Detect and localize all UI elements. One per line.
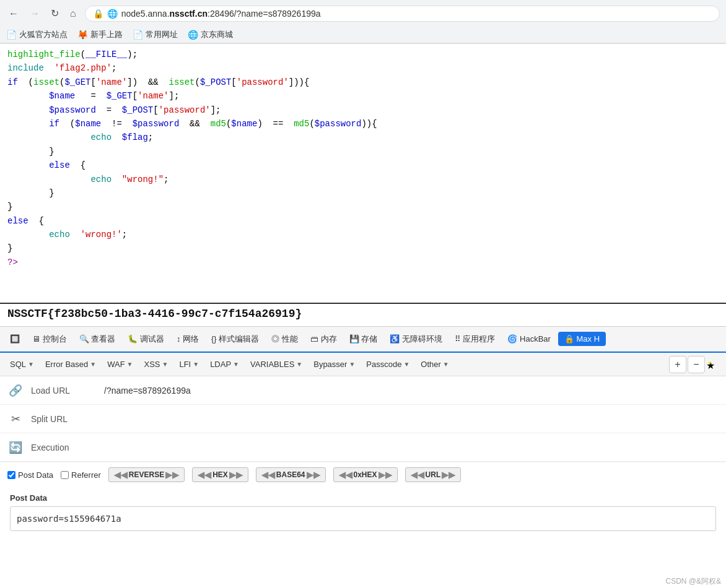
bookmark-jd[interactable]: 🌐 京东商城 (188, 29, 233, 40)
code-line: $name = $_GET['name']; (7, 89, 719, 103)
load-url-row: 🔗 Load URL /?name=s878926199a (0, 376, 726, 405)
referrer-checkbox[interactable] (61, 471, 69, 479)
devtool-console[interactable]: 🖥 控制台 (27, 331, 72, 347)
bookmarks-bar: 📄 火狐官方站点 🦊 新手上路 📄 常用网址 🌐 京东商城 (0, 27, 726, 43)
errorbased-arrow: ▼ (90, 361, 96, 368)
back-button[interactable]: ← (6, 6, 21, 22)
hackbar-menu-lfi[interactable]: LFI ▼ (174, 357, 204, 371)
flag-display: NSSCTF{f238bc50-1ba3-4416-99c7-c7f154a26… (0, 304, 726, 327)
code-line: echo 'wrong!'; (7, 228, 719, 241)
code-line: else { (7, 158, 719, 172)
hackbar-menu-bypasser[interactable]: Bypasser ▼ (308, 357, 360, 371)
hackbar-menu-passcode[interactable]: Passcode ▼ (361, 357, 414, 371)
bypasser-label: Bypasser (313, 360, 347, 369)
post-data-checkbox[interactable] (7, 471, 15, 479)
devtool-memory[interactable]: 🗃 内存 (305, 331, 342, 347)
security-icon: 🔒 (93, 9, 103, 19)
devtool-application[interactable]: ⠿ 应用程序 (450, 331, 501, 347)
home-button[interactable]: ⌂ (68, 6, 79, 22)
other-label: Other (421, 360, 441, 369)
code-line: highlight_file(__FILE__); (7, 48, 719, 61)
devtool-accessibility[interactable]: ♿ 无障碍环境 (385, 331, 447, 347)
hackbar-actions: 🔗 Load URL /?name=s878926199a ✂ Split UR… (0, 376, 726, 462)
code-line: echo "wrong!"; (7, 173, 719, 186)
bookmark-common[interactable]: 📄 常用网址 (133, 29, 178, 40)
dns-icon: 🌐 (107, 9, 118, 19)
bookmark-beginner-icon: 🦊 (77, 30, 88, 40)
devtool-style-editor[interactable]: {} 样式编辑器 (206, 331, 264, 347)
bookmark-firefox[interactable]: 📄 火狐官方站点 (6, 29, 68, 40)
load-url-icon: 🔗 (0, 384, 31, 397)
bookmark-jd-label: 京东商城 (201, 29, 233, 40)
0xhex-btn[interactable]: ◀◀ 0xHEX ▶▶ (333, 467, 398, 482)
devtool-network[interactable]: ↕ 网络 (172, 331, 204, 347)
bookmark-firefox-label: 火狐官方站点 (19, 29, 68, 40)
post-data-section: Post Data (0, 487, 726, 537)
nav-bar: ← → ↻ ⌂ 🔒 🌐 node5.anna.nssctf.cn:28496/?… (0, 0, 726, 27)
errorbased-label: Error Based (45, 360, 88, 369)
dev-toolbar: 🔲 🖥 控制台 🔍 查看器 🐛 调试器 ↕ 网络 {} 样式编辑器 ◎ 性能 🗃… (0, 327, 726, 352)
hackbar-menu-variables[interactable]: VARIABLES ▼ (245, 357, 307, 371)
waf-label: WAF (107, 360, 125, 369)
ldap-arrow: ▼ (233, 361, 239, 368)
bookmark-beginner[interactable]: 🦊 新手上路 (77, 29, 123, 40)
hackbar-options: Post Data Referrer ◀◀ REVERSE ▶▶ ◀◀ HEX … (0, 462, 726, 487)
hackbar-flag-icon[interactable]: ★ (706, 360, 721, 370)
split-url-label[interactable]: Split URL (31, 414, 99, 424)
post-data-input[interactable] (10, 506, 716, 531)
code-area: highlight_file(__FILE__); include 'flag2… (0, 44, 726, 304)
post-data-checkbox-label[interactable]: Post Data (7, 470, 53, 480)
split-url-icon: ✂ (0, 412, 31, 426)
refresh-button[interactable]: ↻ (48, 5, 61, 22)
hackbar-menu-ldap[interactable]: LDAP ▼ (205, 357, 244, 371)
variables-label: VARIABLES (250, 360, 294, 369)
base64-label: BASE64 (276, 470, 305, 479)
bookmark-jd-icon: 🌐 (188, 30, 198, 40)
url-label: URL (426, 470, 441, 479)
reverse-btn[interactable]: ◀◀ REVERSE ▶▶ (108, 467, 185, 482)
bookmark-common-icon: 📄 (133, 30, 143, 40)
code-line: include 'flag2.php'; (7, 61, 719, 75)
code-line: else { (7, 214, 719, 228)
devtool-storage[interactable]: 💾 存储 (344, 331, 383, 347)
referrer-checkbox-label[interactable]: Referrer (61, 470, 101, 480)
split-url-row: ✂ Split URL (0, 405, 726, 433)
lfi-label: LFI (179, 360, 191, 369)
devtool-hackbar[interactable]: 🌀 HackBar (502, 332, 555, 346)
0xhex-label: 0xHEX (354, 470, 377, 479)
hex-btn[interactable]: ◀◀ HEX ▶▶ (192, 467, 248, 482)
sql-arrow: ▼ (28, 361, 34, 368)
passcode-arrow: ▼ (403, 361, 409, 368)
base64-btn[interactable]: ◀◀ BASE64 ▶▶ (256, 467, 326, 482)
devtool-performance[interactable]: ◎ 性能 (266, 331, 303, 347)
devtool-maxh[interactable]: 🔒 Max H (558, 332, 606, 346)
devtool-inspect[interactable]: 🔲 (5, 332, 25, 346)
hackbar-panel: SQL ▼ Error Based ▼ WAF ▼ XSS ▼ LFI ▼ LD… (0, 352, 726, 537)
address-bar[interactable]: 🔒 🌐 node5.anna.nssctf.cn:28496/?name=s87… (85, 6, 720, 22)
load-url-label[interactable]: Load URL (31, 386, 99, 396)
execution-label[interactable]: Execution (31, 443, 99, 452)
hackbar-menu-waf[interactable]: WAF ▼ (102, 357, 138, 371)
code-line: if ($name != $password && md5($name) == … (7, 117, 719, 131)
code-line: } (7, 200, 719, 214)
hackbar-menu-sql[interactable]: SQL ▼ (5, 357, 39, 371)
code-line: echo $flag; (7, 131, 719, 144)
domain-text: nssctf.cn (170, 9, 208, 19)
devtool-debugger[interactable]: 🐛 调试器 (123, 331, 169, 347)
hackbar-add-button[interactable]: + (669, 356, 686, 373)
url-btn[interactable]: ◀◀ URL ▶▶ (405, 467, 461, 482)
hackbar-menu-other[interactable]: Other ▼ (416, 357, 453, 371)
hackbar-remove-button[interactable]: − (688, 356, 705, 373)
hackbar-menu-errorbased[interactable]: Error Based ▼ (40, 357, 101, 371)
forward-button[interactable]: → (27, 6, 42, 22)
other-arrow: ▼ (443, 361, 449, 368)
post-data-section-label: Post Data (10, 493, 716, 503)
load-url-value[interactable]: /?name=s878926199a (99, 383, 726, 398)
hackbar-menu-xss[interactable]: XSS ▼ (139, 357, 173, 371)
hackbar-menu: SQL ▼ Error Based ▼ WAF ▼ XSS ▼ LFI ▼ LD… (0, 353, 726, 376)
devtool-inspector[interactable]: 🔍 查看器 (74, 331, 121, 347)
address-text: node5.anna.nssctf.cn:28496/?name=s878926… (121, 9, 712, 19)
code-line: if (isset($_GET['name']) && isset($_POST… (7, 76, 719, 89)
bookmark-beginner-label: 新手上路 (90, 29, 123, 40)
code-line: $password = $_POST['password']; (7, 103, 719, 117)
